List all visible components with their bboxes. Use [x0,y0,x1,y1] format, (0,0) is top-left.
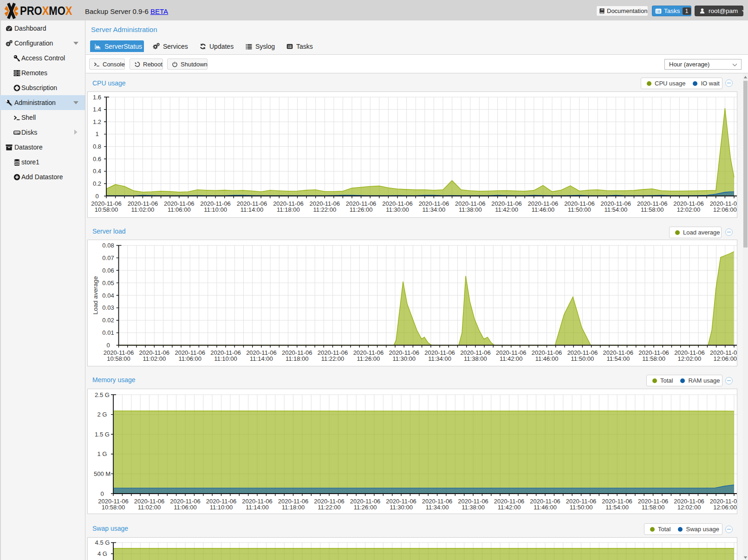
svg-text:11:26:00: 11:26:00 [357,355,380,362]
svg-text:10:58:00: 10:58:00 [95,206,118,213]
svg-text:11:26:00: 11:26:00 [354,504,377,511]
svg-text:11:02:00: 11:02:00 [138,504,161,511]
svg-text:0.07: 0.07 [102,254,114,261]
svg-text:11:10:00: 11:10:00 [210,504,233,511]
svg-text:11:38:00: 11:38:00 [464,355,487,362]
svg-text:12:06:00: 12:06:00 [713,355,737,362]
svg-text:4 G: 4 G [98,550,107,557]
svg-text:11:42:00: 11:42:00 [498,504,521,511]
svg-text:11:34:00: 11:34:00 [423,206,446,213]
svg-text:11:34:00: 11:34:00 [428,355,451,362]
svg-text:11:22:00: 11:22:00 [313,206,336,213]
svg-text:11:46:00: 11:46:00 [532,206,555,213]
svg-text:10:58:00: 10:58:00 [102,504,125,511]
svg-text:11:14:00: 11:14:00 [246,504,269,511]
svg-text:12:02:00: 12:02:00 [677,504,701,511]
svg-text:11:54:00: 11:54:00 [604,206,627,213]
svg-text:11:50:00: 11:50:00 [568,206,591,213]
svg-text:11:14:00: 11:14:00 [241,206,264,213]
svg-text:11:50:00: 11:50:00 [570,504,593,511]
svg-text:0.04: 0.04 [102,292,114,299]
svg-text:1.2: 1.2 [93,118,101,125]
svg-text:11:54:00: 11:54:00 [605,504,629,511]
svg-text:0.06: 0.06 [102,267,114,274]
svg-text:2 G: 2 G [98,411,107,418]
svg-text:11:30:00: 11:30:00 [390,504,413,511]
svg-text:10:58:00: 10:58:00 [107,355,130,362]
svg-text:11:46:00: 11:46:00 [533,504,557,511]
svg-text:1: 1 [95,130,98,137]
svg-text:0.05: 0.05 [102,280,114,287]
svg-text:11:26:00: 11:26:00 [350,206,373,213]
svg-text:11:18:00: 11:18:00 [277,206,300,213]
svg-text:1.6: 1.6 [93,94,101,101]
svg-text:0.01: 0.01 [102,329,114,336]
svg-text:11:06:00: 11:06:00 [168,206,191,213]
svg-text:500 M: 500 M [94,470,111,477]
svg-text:11:10:00: 11:10:00 [214,355,237,362]
svg-text:11:58:00: 11:58:00 [641,206,664,213]
svg-text:0.8: 0.8 [93,143,101,150]
svg-text:0.6: 0.6 [93,156,101,163]
svg-text:11:22:00: 11:22:00 [321,355,345,362]
svg-text:12:02:00: 12:02:00 [677,206,701,213]
svg-text:2.5 G: 2.5 G [95,391,110,398]
svg-text:11:02:00: 11:02:00 [143,355,166,362]
svg-text:0.2: 0.2 [93,180,101,187]
svg-text:11:14:00: 11:14:00 [250,355,273,362]
svg-text:11:30:00: 11:30:00 [386,206,409,213]
svg-text:12:06:00: 12:06:00 [713,206,737,213]
svg-text:0.08: 0.08 [102,242,114,249]
svg-text:11:58:00: 11:58:00 [642,504,665,511]
svg-text:1 G: 1 G [98,450,107,457]
svg-text:11:46:00: 11:46:00 [535,355,559,362]
svg-text:11:02:00: 11:02:00 [131,206,155,213]
svg-text:4.5 G: 4.5 G [95,539,110,546]
svg-text:11:06:00: 11:06:00 [178,355,202,362]
svg-text:11:42:00: 11:42:00 [500,355,523,362]
svg-text:11:38:00: 11:38:00 [459,206,482,213]
svg-text:Load average: Load average [92,276,99,315]
svg-text:0.03: 0.03 [102,304,114,311]
svg-text:12:06:00: 12:06:00 [713,504,737,511]
svg-text:0: 0 [106,342,110,349]
svg-text:11:50:00: 11:50:00 [571,355,594,362]
svg-text:0: 0 [100,490,104,497]
svg-text:11:10:00: 11:10:00 [204,206,227,213]
svg-text:11:30:00: 11:30:00 [392,355,416,362]
svg-text:11:54:00: 11:54:00 [606,355,630,362]
svg-text:11:42:00: 11:42:00 [495,206,518,213]
svg-text:11:38:00: 11:38:00 [462,504,485,511]
svg-text:1.4: 1.4 [93,106,101,113]
svg-text:12:02:00: 12:02:00 [678,355,702,362]
svg-text:0.4: 0.4 [93,168,101,175]
svg-text:11:06:00: 11:06:00 [174,504,197,511]
svg-text:1.5 G: 1.5 G [95,431,110,438]
svg-text:0.02: 0.02 [102,317,114,324]
svg-text:11:18:00: 11:18:00 [282,504,305,511]
svg-text:11:22:00: 11:22:00 [318,504,341,511]
svg-text:11:34:00: 11:34:00 [426,504,449,511]
svg-text:0: 0 [95,193,98,200]
svg-text:11:58:00: 11:58:00 [642,355,665,362]
svg-text:11:18:00: 11:18:00 [286,355,309,362]
